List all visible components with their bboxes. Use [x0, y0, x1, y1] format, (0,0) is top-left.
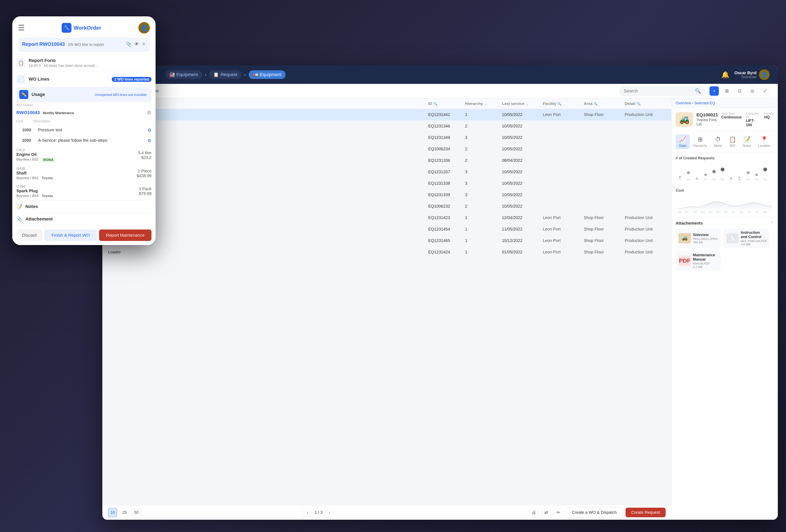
drag-handle[interactable]: ⋮: [16, 128, 21, 132]
svg-text:Aug: Aug: [763, 211, 767, 213]
stats-button[interactable]: 📈 Stats: [676, 135, 690, 149]
report-maintenance-button[interactable]: Report Maintenance: [99, 229, 152, 241]
report-form-item[interactable]: 📋 Report Form 18:40 h All tasks has been…: [16, 55, 152, 71]
table-row[interactable]: Lubrication System EQ1231346 2 10/05/202…: [102, 120, 671, 132]
table-row[interactable]: Thermostat EQ1231339 3 10/05/2022: [102, 189, 671, 201]
notes-section[interactable]: 📝 Notes: [12, 200, 156, 213]
search-input[interactable]: [624, 88, 693, 94]
svg-text:Sep: Sep: [678, 211, 681, 213]
detail-filter-icon[interactable]: 🔍: [637, 102, 641, 106]
area-filter-icon[interactable]: 🔍: [594, 102, 598, 106]
eye-action-icon[interactable]: 👁: [134, 41, 139, 47]
attachment-manual[interactable]: PDF Maintenance Manual Manual.PDF 4.1 MB: [676, 251, 721, 271]
edit-button[interactable]: ✏: [554, 508, 563, 517]
attachment-section[interactable]: 📎 Attachement: [12, 213, 156, 225]
meter-icon: ⏱: [715, 136, 721, 143]
hamburger-icon[interactable]: ☰: [18, 24, 25, 32]
part-i2394[interactable]: I2394 Spark Plug Bayview | B54 Toyota 1 …: [16, 183, 152, 200]
create-wo-dispatch-button[interactable]: Create a WO & Dispatch: [566, 507, 623, 517]
rp-icons-row: 📈 Stats ⊞ Hierarchy ⏱ Meter 📋 WO 📝: [672, 131, 778, 153]
svg-point-3: [704, 173, 707, 176]
wo-settings-icon[interactable]: ⚙: [147, 110, 152, 116]
attachment-sideview[interactable]: 🚜 Sideview IMG129810.JPEG 780 KB: [676, 228, 721, 248]
next-page-button[interactable]: ›: [325, 508, 333, 517]
location-button[interactable]: 📍 Location: [755, 135, 774, 149]
svg-text:Oct: Oct: [686, 211, 689, 213]
table-row[interactable]: Water Pump EQ1231338 3 10/05/2022: [102, 178, 671, 189]
table-row[interactable]: Radiator EQ1231337 3 10/05/2022: [102, 166, 671, 178]
nav-avatar[interactable]: 👤: [759, 69, 770, 80]
bell-icon[interactable]: 🔔: [721, 71, 730, 78]
table-row[interactable]: Toyota ForLift EQ1231441 1 10/05/2022 Le…: [102, 109, 671, 120]
add-button[interactable]: +: [710, 86, 719, 96]
nav-right: 🔔 Oscar Byrd Technician 👤: [721, 69, 770, 80]
line-item-2000[interactable]: ⋮ 2000 A-Service: please follow the sub-…: [16, 136, 152, 146]
drag-handle[interactable]: ⋮: [16, 138, 21, 143]
table-row[interactable]: Electric Panel EQ1231454 1 11/05/2022 Le…: [102, 223, 671, 235]
nav-arrow-1: ›: [205, 72, 206, 77]
create-request-button[interactable]: Create Request: [626, 508, 666, 517]
attachments-grid: 🚜 Sideview IMG129810.JPEG 780 KB 📄 Instr…: [676, 228, 774, 271]
prev-page-button[interactable]: ‹: [304, 508, 312, 517]
equipment-active-icon: 🚛: [253, 72, 258, 77]
close-action-icon[interactable]: ✕: [142, 41, 146, 47]
attachments-collapse-icon[interactable]: ⌃: [770, 221, 774, 225]
pdf-icon: PDF: [679, 258, 690, 264]
svg-text:Apr: Apr: [732, 211, 735, 213]
search-box[interactable]: 🔍: [619, 86, 706, 96]
hierarchy-sort-icon[interactable]: ⌄: [484, 102, 487, 106]
part-c412[interactable]: C412 Engine Oil Bayview | B32 RONA 5.4 l…: [16, 146, 152, 165]
col-header-detail: Detail 🔍: [625, 101, 666, 106]
facility-filter-icon[interactable]: 🔍: [557, 102, 561, 106]
nav-equipment-pill[interactable]: 🏭 Equipment: [165, 70, 202, 79]
line-action-icon[interactable]: ⚙: [147, 138, 152, 143]
nav-request-pill[interactable]: 📋 Request: [209, 70, 241, 79]
table-row[interactable]: Loader EQ1231424 1 01/05/2022 Leon Port …: [102, 246, 671, 258]
table-row[interactable]: Elevator EQ1231465 1 10/12/2022 Leon Por…: [102, 235, 671, 246]
svg-text:May: May: [738, 178, 742, 180]
table-row[interactable]: Generator EQ1231423 1 12/04/2022 Leon Po…: [102, 212, 671, 223]
hierarchy-icon: ⊞: [698, 136, 702, 143]
hierarchy-button[interactable]: ⊞ Hierarchy: [690, 135, 710, 149]
page-size-25[interactable]: 25: [120, 508, 129, 517]
meter-button[interactable]: ⏱ Meter: [711, 135, 725, 149]
line-action-icon[interactable]: ⚙: [147, 128, 152, 133]
cell-area: Shop Floor: [584, 112, 625, 117]
table-row[interactable]: Engine EQ1006232 2 10/05/2022: [102, 201, 671, 212]
equipment-icon: 🏭: [169, 72, 175, 77]
table-row[interactable]: Oil Pump EQ1231349 3 10/05/2022: [102, 132, 671, 143]
table-footer: 10 25 50 ‹ 1 / 3 › 🖨 ⇄ ✏ Create a WO & D…: [102, 505, 671, 520]
last-service-sort-icon[interactable]: ⌄: [526, 102, 528, 106]
desktop-nav: Tag Technician Portal ⟳ 🏭 Equipment › 📋 …: [102, 66, 778, 84]
expand-button[interactable]: ⤢: [760, 86, 770, 96]
page-size-10[interactable]: 10: [108, 508, 117, 517]
attachment-action-icon[interactable]: 📎: [126, 41, 132, 47]
overview-link[interactable]: Overview: [676, 101, 691, 105]
part-i3438[interactable]: I3438 Shaft Bayview | B55 Toyota 1 Piece…: [16, 165, 152, 183]
discard-button[interactable]: Discard: [16, 229, 42, 241]
mobile-avatar[interactable]: 👤: [138, 22, 150, 33]
notes-rp-icon: 📝: [743, 136, 750, 143]
table-row[interactable]: Transmission EQ1006234 2 10/05/2022: [102, 143, 671, 155]
id-filter-icon[interactable]: 🔍: [433, 102, 437, 106]
page-size-50[interactable]: 50: [132, 508, 141, 517]
print-button[interactable]: 🖨: [529, 508, 538, 517]
usage-item[interactable]: ✏️ Usage Unreported WO lines are invisib…: [16, 87, 152, 102]
circle-view-button[interactable]: ◎: [747, 86, 757, 96]
line-item-1000[interactable]: ⋮ 1000 Pressure test ⚙: [16, 125, 152, 136]
attachment-instruction[interactable]: 📄 Instruction and Control I&IJ_InstrCont…: [723, 228, 769, 248]
svg-text:Dec: Dec: [701, 211, 704, 213]
grid-view-button[interactable]: ⊞: [722, 86, 732, 96]
mobile-panel: ☰ 🔧 WorkOrder 👤 Report RWO10043 2/5 WO l…: [12, 16, 156, 245]
wo-lines-item[interactable]: 📄 WO Lines 2 WO lines reported: [16, 71, 152, 87]
wo-button[interactable]: 📋 WO: [725, 135, 739, 149]
notes-button[interactable]: 📝 Notes: [740, 135, 755, 149]
nav-equipment-active-pill[interactable]: 🚛 Equipment: [249, 70, 285, 79]
list-view-button[interactable]: ⊡: [735, 86, 744, 96]
table-row[interactable]: Cooling System EQ1231336 2 08/04/2022: [102, 155, 671, 166]
share-button[interactable]: ⇄: [541, 508, 551, 517]
finish-report-button[interactable]: Finish & Report WO: [44, 229, 97, 241]
col-header-description: Description 🔍: [108, 101, 428, 106]
selected-eq-label: Selected EQ: [694, 101, 715, 105]
request-icon: 📋: [213, 72, 219, 77]
